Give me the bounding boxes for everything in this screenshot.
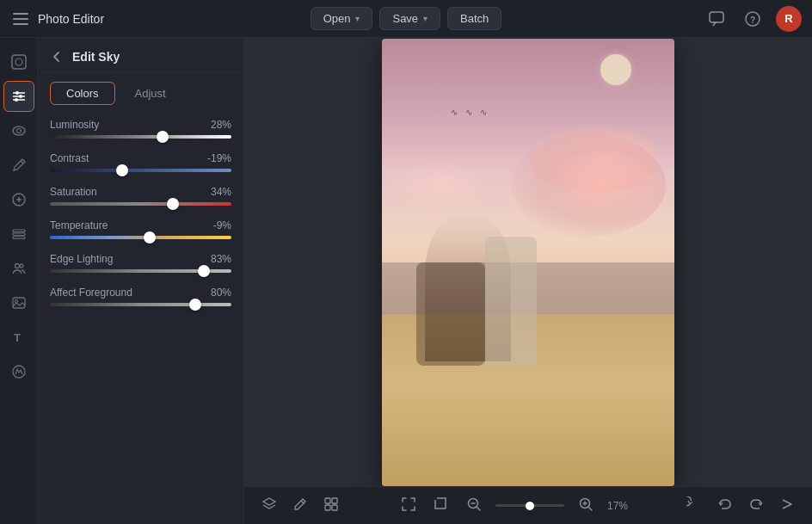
zoom-out-icon[interactable] [463,493,485,518]
slider-track-contrast[interactable] [50,169,231,172]
slider-value-saturation: 34% [211,186,231,198]
slider-label-saturation: Saturation [50,186,97,198]
cloud3 [511,133,666,237]
svg-point-15 [16,129,21,133]
topbar-left: Photo Editor [10,9,311,29]
tab-adjust[interactable]: Adjust [119,82,182,105]
slider-label-row-edge-lighting: Edge Lighting83% [50,253,231,265]
person-wheelchair [416,262,485,366]
svg-rect-0 [13,13,28,15]
slider-row-edge-lighting: Edge Lighting83% [50,253,231,273]
app-title: Photo Editor [38,12,104,26]
cloud2 [391,159,494,211]
topbar: Photo Editor Open ▾ Save ▾ Batch ? R [0,0,812,38]
slider-label-affect-foreground: Affect Foreground [50,287,132,299]
icon-sidebar: T [0,38,38,524]
menu-icon[interactable] [10,9,31,29]
crop-icon[interactable] [430,493,452,518]
sidebar-icon-view[interactable] [3,115,34,146]
tab-colors[interactable]: Colors [50,82,115,105]
slider-track-temperature[interactable] [50,236,231,239]
slider-label-row-temperature: Temperature-9% [50,219,231,231]
save-button[interactable]: Save ▾ [379,7,440,30]
topbar-center: Open ▾ Save ▾ Batch [311,7,502,30]
slider-track-luminosity[interactable] [50,135,231,139]
slider-track-saturation[interactable] [50,202,231,206]
topbar-right: ? R [501,6,802,32]
layers-icon[interactable] [258,493,280,518]
help-icon[interactable]: ? [740,6,766,32]
redo-icon[interactable] [745,493,767,518]
undo-icon[interactable] [714,493,736,518]
sidebar-icon-heal[interactable] [3,184,34,215]
slider-thumb-temperature[interactable] [144,231,156,244]
sidebar-icon-export[interactable] [3,287,34,318]
zoom-in-icon[interactable] [575,493,597,518]
sidebar-icon-watermark[interactable] [3,356,34,387]
svg-text:T: T [14,331,21,344]
sidebar-icon-people[interactable] [3,253,34,284]
zoom-slider[interactable] [495,504,564,507]
bottom-left [258,493,342,518]
zoom-thumb [526,502,534,510]
slider-label-row-luminosity: Luminosity28% [50,119,231,131]
svg-rect-3 [710,12,723,22]
svg-rect-28 [332,498,337,503]
edit-icon[interactable] [289,493,311,518]
photo-background: ∿ ∿ ∿ [382,39,674,486]
svg-point-21 [20,264,23,268]
slider-thumb-saturation[interactable] [167,198,179,210]
panel-title: Edit Sky [72,50,120,64]
svg-point-12 [19,95,22,98]
fit-screen-icon[interactable] [397,493,420,518]
avatar[interactable]: R [776,6,802,32]
slider-value-affect-foreground: 80% [211,287,231,299]
forward-icon[interactable] [776,493,798,518]
svg-line-26 [301,501,304,503]
sidebar-icon-adjustments[interactable] [3,81,34,112]
open-button[interactable]: Open ▾ [311,7,373,30]
svg-rect-22 [13,298,25,308]
svg-rect-2 [13,23,28,25]
slider-value-contrast: -19% [207,152,231,164]
zoom-level: 17% [607,500,628,512]
slider-label-row-contrast: Contrast-19% [50,152,231,164]
slider-thumb-edge-lighting[interactable] [198,265,210,277]
slider-label-row-saturation: Saturation34% [50,186,231,198]
history-icon[interactable] [683,493,705,518]
slider-track-edge-lighting[interactable] [50,269,231,273]
canvas-main: ∿ ∿ ∿ [244,38,812,486]
slider-value-temperature: -9% [213,219,231,231]
sidebar-icon-text[interactable]: T [3,322,34,353]
back-button[interactable] [50,50,64,64]
grid-icon[interactable] [320,493,342,518]
main-area: T Edit Sky Colors Adjust Luminosity28%C [0,38,812,524]
slider-thumb-contrast[interactable] [116,164,128,176]
svg-rect-29 [325,505,330,510]
batch-button[interactable]: Batch [447,7,501,30]
slider-row-affect-foreground: Affect Foreground80% [50,287,231,306]
svg-rect-30 [332,505,337,510]
sidebar-icon-face[interactable] [3,46,34,77]
slider-value-edge-lighting: 83% [211,253,231,265]
bottom-toolbar: 17% [244,486,812,524]
edit-panel: Edit Sky Colors Adjust Luminosity28%Cont… [38,38,244,524]
slider-value-luminosity: 28% [211,119,231,131]
svg-line-32 [477,507,480,510]
person-standing [485,237,537,366]
slider-thumb-luminosity[interactable] [157,131,169,143]
slider-row-contrast: Contrast-19% [50,152,231,172]
slider-thumb-affect-foreground[interactable] [189,299,201,311]
slider-track-affect-foreground[interactable] [50,303,231,306]
svg-point-23 [15,300,17,303]
panel-header: Edit Sky [38,38,243,73]
svg-point-13 [15,98,18,102]
tab-row: Colors Adjust [38,73,243,114]
svg-point-14 [13,126,25,135]
svg-rect-27 [325,498,330,503]
sidebar-icon-brush[interactable] [3,150,34,181]
zoom-track[interactable] [495,504,564,507]
svg-line-35 [588,507,592,510]
chat-icon[interactable] [704,6,729,32]
sidebar-icon-layers[interactable] [3,219,34,250]
